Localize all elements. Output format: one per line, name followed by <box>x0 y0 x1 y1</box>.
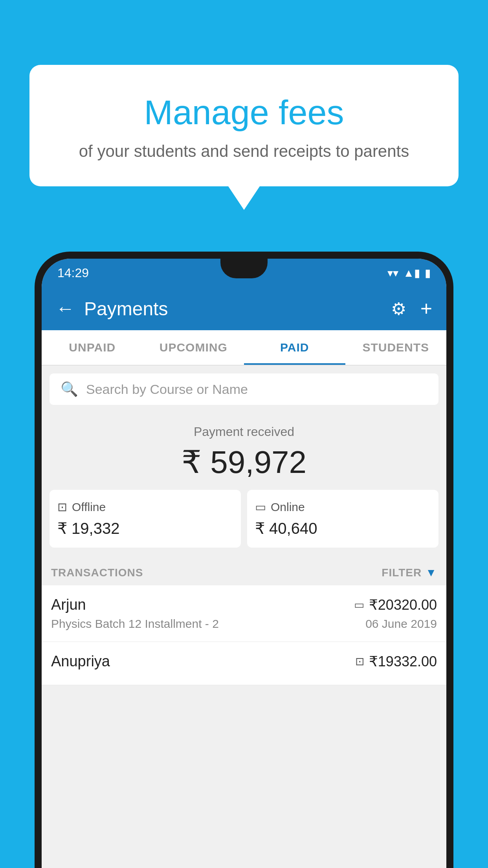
add-button[interactable]: + <box>420 297 432 320</box>
transaction-amount-row-1: ▭ ₹20320.00 <box>354 597 437 613</box>
offline-amount: ₹ 19,332 <box>57 519 119 537</box>
filter-icon: ▼ <box>426 566 437 579</box>
tab-unpaid[interactable]: UNPAID <box>42 330 143 365</box>
payment-label: Payment received <box>50 425 438 439</box>
speech-bubble-subtitle: of your students and send receipts to pa… <box>53 142 435 161</box>
table-row[interactable]: Arjun ▭ ₹20320.00 Physics Batch 12 Insta… <box>42 585 446 642</box>
tab-paid[interactable]: PAID <box>244 330 345 365</box>
transaction-amount-1: ₹20320.00 <box>369 597 437 613</box>
online-card: ▭ Online ₹ 40,640 <box>247 490 438 548</box>
transaction-amount-2: ₹19332.00 <box>369 653 437 670</box>
signal-icon: ▲▮ <box>403 267 420 280</box>
transaction-name-1: Arjun <box>51 596 86 613</box>
transaction-top-1: Arjun ▭ ₹20320.00 <box>51 596 437 613</box>
notch <box>220 259 268 278</box>
offline-card: ⊡ Offline ₹ 19,332 <box>50 490 241 548</box>
back-button[interactable]: ← <box>56 299 75 318</box>
search-placeholder: Search by Course or Name <box>86 382 248 397</box>
app-bar: ← Payments ⚙ + <box>42 287 446 330</box>
wifi-icon: ▾▾ <box>387 267 398 280</box>
app-bar-right: ⚙ + <box>391 297 432 320</box>
search-bar[interactable]: 🔍 Search by Course or Name <box>50 373 438 405</box>
screen-content: 🔍 Search by Course or Name Payment recei… <box>42 366 446 868</box>
offline-card-header: ⊡ Offline <box>57 500 106 514</box>
filter-label: FILTER <box>382 566 422 579</box>
speech-bubble: Manage fees of your students and send re… <box>29 65 459 186</box>
transaction-course-1: Physics Batch 12 Installment - 2 <box>51 617 219 631</box>
tabs-bar: UNPAID UPCOMING PAID STUDENTS <box>42 330 446 366</box>
status-icons: ▾▾ ▲▮ ▮ <box>387 267 431 280</box>
speech-bubble-arrow <box>228 186 260 210</box>
offline-icon: ⊡ <box>57 500 67 514</box>
online-amount: ₹ 40,640 <box>255 519 317 537</box>
phone-frame: 14:29 ▾▾ ▲▮ ▮ ← Payments ⚙ + <box>35 252 453 868</box>
transactions-label: TRANSACTIONS <box>51 566 143 579</box>
speech-bubble-container: Manage fees of your students and send re… <box>29 65 459 210</box>
online-label: Online <box>271 500 305 514</box>
transaction-date-1: 06 June 2019 <box>365 617 437 631</box>
app-bar-title: Payments <box>84 298 168 320</box>
payment-total: ₹ 59,972 <box>50 444 438 480</box>
payment-summary: Payment received ₹ 59,972 ⊡ Offline ₹ 19… <box>42 413 446 555</box>
status-time: 14:29 <box>57 266 89 280</box>
table-row[interactable]: Anupriya ⊡ ₹19332.00 <box>42 642 446 685</box>
tab-students[interactable]: STUDENTS <box>345 330 447 365</box>
battery-icon: ▮ <box>425 267 431 280</box>
transaction-top-2: Anupriya ⊡ ₹19332.00 <box>51 653 437 670</box>
offline-label: Offline <box>72 500 106 514</box>
speech-bubble-title: Manage fees <box>53 92 435 132</box>
cash-pay-icon: ⊡ <box>355 655 364 668</box>
online-icon: ▭ <box>255 500 266 514</box>
transaction-name-2: Anupriya <box>51 653 110 670</box>
transaction-amount-row-2: ⊡ ₹19332.00 <box>355 653 437 670</box>
filter-button[interactable]: FILTER ▼ <box>382 566 437 579</box>
phone-inner: 14:29 ▾▾ ▲▮ ▮ ← Payments ⚙ + <box>42 259 446 868</box>
payment-cards: ⊡ Offline ₹ 19,332 ▭ Online ₹ 40,640 <box>50 490 438 548</box>
gear-icon[interactable]: ⚙ <box>391 299 406 319</box>
transaction-bottom-1: Physics Batch 12 Installment - 2 06 June… <box>51 617 437 631</box>
phone-screen: 14:29 ▾▾ ▲▮ ▮ ← Payments ⚙ + <box>42 259 446 868</box>
status-bar: 14:29 ▾▾ ▲▮ ▮ <box>42 259 446 287</box>
search-icon: 🔍 <box>61 381 78 397</box>
transactions-header: TRANSACTIONS FILTER ▼ <box>42 555 446 585</box>
tab-upcoming[interactable]: UPCOMING <box>143 330 244 365</box>
app-bar-left: ← Payments <box>56 298 168 320</box>
online-card-header: ▭ Online <box>255 500 305 514</box>
card-pay-icon: ▭ <box>354 598 364 611</box>
